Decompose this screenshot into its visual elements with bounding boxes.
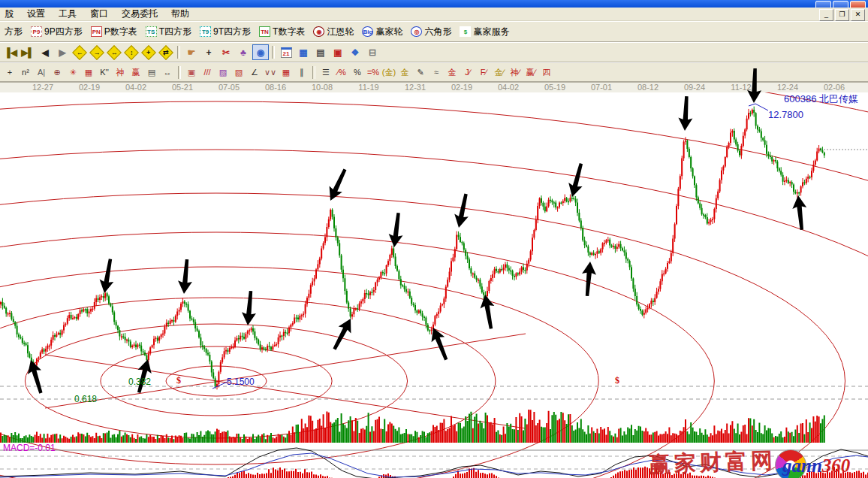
scissors-icon[interactable]: ✂ (218, 44, 234, 60)
jiangenlun-label: 江恩轮 (327, 26, 354, 38)
toolbar-separator (272, 46, 275, 59)
floppy-icon[interactable]: ▣ (330, 44, 346, 60)
crosshair-icon[interactable]: + (200, 44, 217, 60)
ying-icon[interactable]: 赢 (128, 65, 143, 80)
compass-icon[interactable]: ⊕ (50, 65, 65, 80)
diamond-swap-icon[interactable]: ⇄ (158, 44, 174, 60)
network-icon[interactable]: ❖ (347, 44, 363, 60)
shape-tool-9t-sifangxing[interactable]: T99T四方形 (198, 25, 252, 39)
parallel-lines-icon[interactable]: ∥ (294, 65, 309, 80)
menu-item-设置[interactable]: 设置 (27, 8, 45, 20)
percent-lines-icon[interactable]: =% (366, 65, 381, 80)
date-axis: 12-2702-1904-0205-2107-0508-1610-0811-19… (0, 82, 868, 92)
brush-icon[interactable]: ✎ (413, 65, 428, 80)
wave-icon[interactable]: ≈ (429, 65, 444, 80)
date-label: 08-12 (631, 83, 665, 92)
percent-strike-icon[interactable]: ∕% (334, 65, 349, 80)
mirror-icon[interactable]: A| (34, 65, 49, 80)
hand-icon[interactable]: ☛ (183, 44, 200, 60)
tree-icon[interactable]: ♣ (235, 44, 252, 60)
toolbar-separator (312, 66, 315, 79)
date-label: 12-31 (399, 83, 432, 92)
nav-toolbar: ▐◀▶▌◀▶←→↔↕+⇄☛+✂♣◉21▦▤▣❖⊟ (0, 42, 868, 62)
date-label: 12-24 (771, 83, 804, 92)
liujiaoxing-icon: ◎ (411, 26, 422, 37)
diamond-leftright-icon[interactable]: ↔ (106, 44, 122, 60)
menu-item-股[interactable]: 股 (5, 8, 14, 20)
gann-bars-icon[interactable]: ☰ (318, 65, 333, 80)
9p-sifangxing-icon: P9 (31, 26, 42, 37)
diamond-right-icon[interactable]: → (89, 44, 105, 60)
t-sifangxing-label: T四方形 (159, 26, 191, 38)
gold-underline-icon[interactable]: 金 (397, 65, 412, 80)
menu-item-帮助[interactable]: 帮助 (171, 8, 189, 20)
9p-sifangxing-label: 9P四方形 (44, 26, 83, 38)
shape-tool-p-shuzibiao[interactable]: PNP数字表 (89, 25, 139, 39)
skip-first-icon[interactable]: ▐◀ (2, 44, 19, 60)
calendar-icon[interactable]: 21 (278, 44, 294, 60)
date-label: 04-02 (119, 83, 152, 92)
j-angle-icon[interactable]: J∕ (460, 65, 475, 80)
shen-icon[interactable]: 神 (113, 65, 128, 80)
menu-item-交易委托[interactable]: 交易委托 (122, 8, 158, 20)
shape-tool-yingjialun[interactable]: Big赢家轮 (360, 25, 404, 39)
date-label: 12-27 (26, 83, 59, 92)
ruler-123-icon[interactable]: ▤ (144, 65, 159, 80)
diamond-updown-icon[interactable]: ↕ (123, 44, 140, 60)
spiral-star-icon[interactable]: ✳ (65, 65, 80, 80)
mdi-controls: _❐✕ (819, 9, 865, 21)
gold-circle-icon[interactable]: (金) (381, 65, 396, 80)
menu-items: 股设置工具窗口交易委托帮助 (5, 8, 189, 20)
menu-bar: 股设置工具窗口交易委托帮助 _❐✕ (0, 8, 868, 21)
gold-box-icon[interactable]: 金 (445, 65, 460, 80)
date-label: 11-12 (725, 83, 758, 92)
box-handles-icon[interactable]: ▣ (184, 65, 199, 80)
percent-icon[interactable]: % (350, 65, 365, 80)
next-icon[interactable]: ▶ (54, 44, 71, 60)
mdi-close-button[interactable]: ✕ (851, 9, 865, 21)
gold-angle-icon[interactable]: 金∕ (492, 65, 507, 80)
fan-purple-box-icon[interactable]: ▨ (215, 65, 231, 80)
ying-angle-icon[interactable]: 赢∕ (523, 65, 538, 80)
cross-line-icon[interactable]: + (2, 65, 17, 80)
shape-tool-yingjia-fuwu[interactable]: $赢家服务 (458, 25, 511, 39)
date-label: 05-21 (166, 83, 199, 92)
prev-icon[interactable]: ◀ (37, 44, 53, 60)
calculator-icon[interactable]: ▦ (295, 44, 312, 60)
zigzag-icon[interactable]: ∨∨ (263, 65, 278, 80)
si-box-icon[interactable]: 四 (539, 65, 554, 80)
t-shuzibiao-icon: TN (259, 26, 270, 37)
shape-tool-t-sifangxing[interactable]: TST四方形 (144, 25, 193, 39)
shen-angle-icon[interactable]: 神∕ (508, 65, 523, 80)
truck-icon[interactable]: ⊟ (364, 44, 381, 60)
mdi-restore-button[interactable]: ❐ (835, 9, 849, 21)
notepad-icon[interactable]: ▤ (312, 44, 329, 60)
diamond-cross-icon[interactable]: + (140, 44, 157, 60)
shape-tool-t-shuzibiao[interactable]: TNT数字表 (258, 25, 306, 39)
measure-icon[interactable]: ↔ (160, 65, 175, 80)
liujiaoxing-label: 六角形 (424, 26, 451, 38)
brain-icon[interactable]: ◉ (252, 44, 269, 60)
fan-lines-icon[interactable]: /// (200, 65, 215, 80)
shape-tool-jiangenlun[interactable]: ◉江恩轮 (312, 25, 355, 39)
skip-last-icon[interactable]: ▶▌ (20, 44, 36, 60)
red-grid-icon[interactable]: ▦ (279, 65, 294, 80)
grid-box-icon[interactable]: ▦ (81, 65, 96, 80)
angle-rays-icon[interactable]: ∠ (247, 65, 262, 80)
shape-tool-9p-sifangxing[interactable]: P99P四方形 (29, 25, 84, 39)
menu-item-工具[interactable]: 工具 (59, 8, 77, 20)
t-shuzibiao-label: T数字表 (273, 26, 305, 38)
shape-tool-sifangxing[interactable]: 方形 (3, 25, 24, 39)
f-angle-icon[interactable]: F∕ (476, 65, 491, 80)
t-sifangxing-icon: TS (146, 26, 157, 37)
fan-red-box-icon[interactable]: ▧ (231, 65, 246, 80)
diamond-left-icon[interactable]: ← (71, 44, 88, 60)
mdi-minimize-button[interactable]: _ (819, 9, 833, 21)
p-shuzibiao-icon: PN (91, 26, 102, 37)
n-squared-icon[interactable]: n² (18, 65, 33, 80)
kline-icon[interactable]: K'' (97, 65, 112, 80)
menu-item-窗口[interactable]: 窗口 (90, 8, 108, 20)
shape-tool-liujiaoxing[interactable]: ◎六角形 (409, 25, 453, 39)
date-label: 09-24 (678, 83, 711, 92)
title-bar (0, 0, 868, 8)
